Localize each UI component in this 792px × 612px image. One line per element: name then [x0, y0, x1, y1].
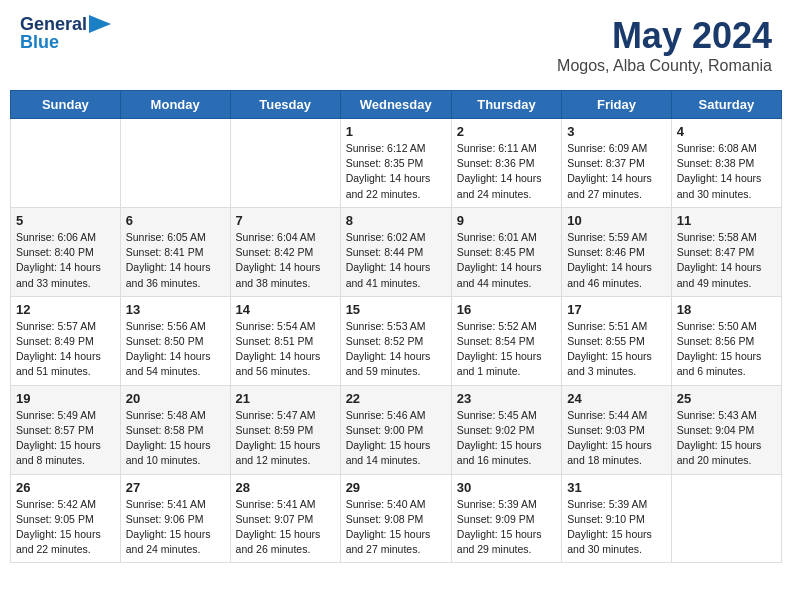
calendar: SundayMondayTuesdayWednesdayThursdayFrid…	[10, 90, 782, 563]
day-info: Sunrise: 6:12 AMSunset: 8:35 PMDaylight:…	[346, 141, 446, 202]
day-info-line: Sunrise: 5:54 AM	[236, 320, 316, 332]
day-info-line: Sunset: 8:56 PM	[677, 335, 755, 347]
calendar-day: 5Sunrise: 6:06 AMSunset: 8:40 PMDaylight…	[11, 207, 121, 296]
day-number: 5	[16, 213, 115, 228]
day-info-line: Daylight: 14 hours and 27 minutes.	[567, 172, 652, 199]
day-number: 23	[457, 391, 556, 406]
day-info: Sunrise: 5:51 AMSunset: 8:55 PMDaylight:…	[567, 319, 666, 380]
calendar-day: 28Sunrise: 5:41 AMSunset: 9:07 PMDayligh…	[230, 474, 340, 563]
day-number: 29	[346, 480, 446, 495]
day-info-line: Daylight: 14 hours and 22 minutes.	[346, 172, 431, 199]
day-info-line: Sunrise: 6:01 AM	[457, 231, 537, 243]
calendar-day: 1Sunrise: 6:12 AMSunset: 8:35 PMDaylight…	[340, 119, 451, 208]
day-info: Sunrise: 6:06 AMSunset: 8:40 PMDaylight:…	[16, 230, 115, 291]
day-info-line: Sunset: 8:55 PM	[567, 335, 645, 347]
day-info-line: Daylight: 15 hours and 30 minutes.	[567, 528, 652, 555]
calendar-day: 27Sunrise: 5:41 AMSunset: 9:06 PMDayligh…	[120, 474, 230, 563]
day-info-line: Sunrise: 6:08 AM	[677, 142, 757, 154]
calendar-day: 15Sunrise: 5:53 AMSunset: 8:52 PMDayligh…	[340, 296, 451, 385]
day-info: Sunrise: 5:58 AMSunset: 8:47 PMDaylight:…	[677, 230, 776, 291]
day-info-line: Sunrise: 5:50 AM	[677, 320, 757, 332]
calendar-day: 8Sunrise: 6:02 AMSunset: 8:44 PMDaylight…	[340, 207, 451, 296]
day-info: Sunrise: 5:49 AMSunset: 8:57 PMDaylight:…	[16, 408, 115, 469]
calendar-day: 25Sunrise: 5:43 AMSunset: 9:04 PMDayligh…	[671, 385, 781, 474]
day-info-line: Sunset: 8:41 PM	[126, 246, 204, 258]
day-info-line: Sunset: 9:03 PM	[567, 424, 645, 436]
calendar-day: 12Sunrise: 5:57 AMSunset: 8:49 PMDayligh…	[11, 296, 121, 385]
day-number: 24	[567, 391, 666, 406]
calendar-body: 1Sunrise: 6:12 AMSunset: 8:35 PMDaylight…	[11, 119, 782, 563]
day-info-line: Daylight: 15 hours and 18 minutes.	[567, 439, 652, 466]
day-info-line: Sunrise: 5:53 AM	[346, 320, 426, 332]
day-number: 2	[457, 124, 556, 139]
day-info: Sunrise: 5:39 AMSunset: 9:10 PMDaylight:…	[567, 497, 666, 558]
logo-general: General	[20, 15, 87, 33]
day-info-line: Daylight: 14 hours and 38 minutes.	[236, 261, 321, 288]
day-info-line: Daylight: 14 hours and 41 minutes.	[346, 261, 431, 288]
day-info-line: Daylight: 15 hours and 1 minute.	[457, 350, 542, 377]
calendar-day: 16Sunrise: 5:52 AMSunset: 8:54 PMDayligh…	[451, 296, 561, 385]
day-info: Sunrise: 5:56 AMSunset: 8:50 PMDaylight:…	[126, 319, 225, 380]
day-info-line: Daylight: 14 hours and 24 minutes.	[457, 172, 542, 199]
day-info-line: Sunrise: 6:12 AM	[346, 142, 426, 154]
day-info-line: Sunset: 8:37 PM	[567, 157, 645, 169]
day-info: Sunrise: 5:47 AMSunset: 8:59 PMDaylight:…	[236, 408, 335, 469]
day-number: 14	[236, 302, 335, 317]
day-info-line: Sunset: 8:44 PM	[346, 246, 424, 258]
day-info-line: Daylight: 14 hours and 33 minutes.	[16, 261, 101, 288]
day-info-line: Daylight: 14 hours and 51 minutes.	[16, 350, 101, 377]
day-info: Sunrise: 5:42 AMSunset: 9:05 PMDaylight:…	[16, 497, 115, 558]
day-info-line: Sunrise: 5:52 AM	[457, 320, 537, 332]
day-info-line: Sunset: 8:50 PM	[126, 335, 204, 347]
day-info-line: Sunset: 8:51 PM	[236, 335, 314, 347]
day-info: Sunrise: 5:41 AMSunset: 9:06 PMDaylight:…	[126, 497, 225, 558]
calendar-week-1: 1Sunrise: 6:12 AMSunset: 8:35 PMDaylight…	[11, 119, 782, 208]
calendar-day: 14Sunrise: 5:54 AMSunset: 8:51 PMDayligh…	[230, 296, 340, 385]
day-info: Sunrise: 6:05 AMSunset: 8:41 PMDaylight:…	[126, 230, 225, 291]
day-info-line: Sunrise: 5:46 AM	[346, 409, 426, 421]
day-number: 28	[236, 480, 335, 495]
day-info-line: Sunrise: 5:48 AM	[126, 409, 206, 421]
day-info-line: Sunset: 8:49 PM	[16, 335, 94, 347]
day-number: 11	[677, 213, 776, 228]
day-info-line: Sunset: 8:46 PM	[567, 246, 645, 258]
day-info: Sunrise: 5:40 AMSunset: 9:08 PMDaylight:…	[346, 497, 446, 558]
day-info-line: Daylight: 15 hours and 3 minutes.	[567, 350, 652, 377]
day-number: 12	[16, 302, 115, 317]
weekday-header-monday: Monday	[120, 91, 230, 119]
calendar-week-2: 5Sunrise: 6:06 AMSunset: 8:40 PMDaylight…	[11, 207, 782, 296]
calendar-day: 18Sunrise: 5:50 AMSunset: 8:56 PMDayligh…	[671, 296, 781, 385]
main-title: May 2024	[557, 15, 772, 57]
day-number: 3	[567, 124, 666, 139]
day-info: Sunrise: 5:46 AMSunset: 9:00 PMDaylight:…	[346, 408, 446, 469]
calendar-day: 21Sunrise: 5:47 AMSunset: 8:59 PMDayligh…	[230, 385, 340, 474]
day-info-line: Daylight: 14 hours and 56 minutes.	[236, 350, 321, 377]
day-info-line: Daylight: 14 hours and 30 minutes.	[677, 172, 762, 199]
day-info-line: Sunrise: 5:59 AM	[567, 231, 647, 243]
logo-flag-icon	[89, 15, 111, 33]
day-info: Sunrise: 5:44 AMSunset: 9:03 PMDaylight:…	[567, 408, 666, 469]
calendar-week-5: 26Sunrise: 5:42 AMSunset: 9:05 PMDayligh…	[11, 474, 782, 563]
day-info-line: Sunset: 8:42 PM	[236, 246, 314, 258]
day-info-line: Sunrise: 6:05 AM	[126, 231, 206, 243]
day-info-line: Sunrise: 5:39 AM	[567, 498, 647, 510]
day-info: Sunrise: 6:04 AMSunset: 8:42 PMDaylight:…	[236, 230, 335, 291]
header: General Blue May 2024 Mogos, Alba County…	[10, 10, 782, 80]
day-info-line: Sunset: 9:00 PM	[346, 424, 424, 436]
day-info-line: Sunrise: 5:40 AM	[346, 498, 426, 510]
calendar-day: 7Sunrise: 6:04 AMSunset: 8:42 PMDaylight…	[230, 207, 340, 296]
day-info-line: Daylight: 14 hours and 46 minutes.	[567, 261, 652, 288]
day-info-line: Daylight: 15 hours and 14 minutes.	[346, 439, 431, 466]
day-info: Sunrise: 6:02 AMSunset: 8:44 PMDaylight:…	[346, 230, 446, 291]
calendar-day: 11Sunrise: 5:58 AMSunset: 8:47 PMDayligh…	[671, 207, 781, 296]
calendar-day	[11, 119, 121, 208]
day-info-line: Sunrise: 5:44 AM	[567, 409, 647, 421]
day-number: 4	[677, 124, 776, 139]
day-info-line: Sunrise: 5:43 AM	[677, 409, 757, 421]
calendar-day: 13Sunrise: 5:56 AMSunset: 8:50 PMDayligh…	[120, 296, 230, 385]
day-info-line: Sunset: 8:36 PM	[457, 157, 535, 169]
calendar-day: 29Sunrise: 5:40 AMSunset: 9:08 PMDayligh…	[340, 474, 451, 563]
day-info-line: Sunset: 9:02 PM	[457, 424, 535, 436]
day-info-line: Sunset: 8:35 PM	[346, 157, 424, 169]
day-number: 7	[236, 213, 335, 228]
